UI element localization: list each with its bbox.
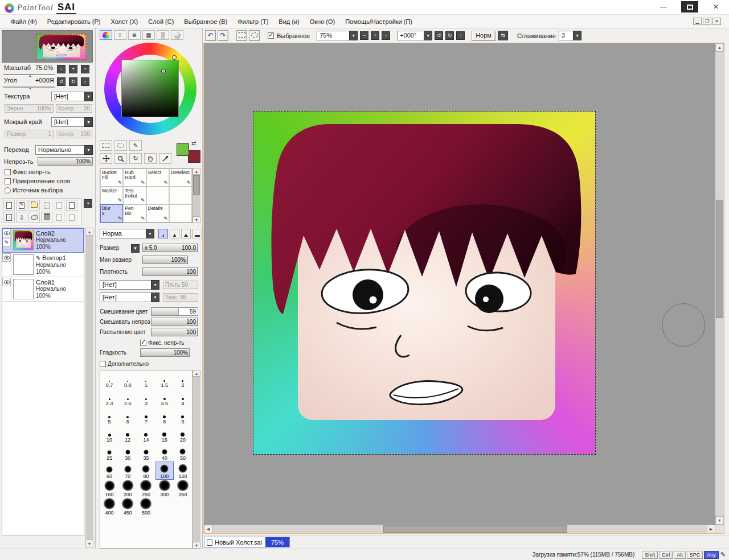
dropdown-arrow-icon[interactable]: ▼ xyxy=(349,31,358,40)
background-color-swatch[interactable] xyxy=(188,150,200,163)
scroll-thumb[interactable] xyxy=(193,175,200,195)
dropdown-arrow-icon[interactable]: ▼ xyxy=(146,229,154,238)
brush-size-400[interactable]: 400 xyxy=(100,498,118,516)
undo-button[interactable]: ↶ xyxy=(205,30,216,41)
angle-reset-button[interactable]: ▫ xyxy=(81,77,89,86)
clear-layer-button[interactable] xyxy=(28,212,40,223)
layer-row-vector1[interactable]: ✎ Вектор1 Нормально 100% xyxy=(2,253,84,277)
stabilizer-dropdown[interactable]: 3 ▼ xyxy=(559,31,581,40)
brush-size-20[interactable]: 20 xyxy=(174,425,192,443)
brush-size-6[interactable]: 6 xyxy=(118,407,137,425)
dropdown-arrow-icon[interactable]: ▼ xyxy=(151,280,159,290)
scroll-down-icon[interactable]: ▼ xyxy=(85,540,93,547)
scroll-up-icon[interactable]: ▲ xyxy=(193,168,200,175)
dropdown-arrow-icon[interactable]: ▼ xyxy=(84,92,93,101)
brush-size-30[interactable]: 30 xyxy=(118,443,137,462)
hsv-sliders-tab[interactable]: ≣ xyxy=(128,30,141,40)
brush-size-250[interactable]: 250 xyxy=(137,480,155,498)
advanced-checkbox[interactable]: Дополнительно xyxy=(100,360,149,367)
size-unit-button[interactable]: ▾ xyxy=(131,244,140,253)
canvas-rotate-ccw-button[interactable]: ↺ xyxy=(435,31,443,40)
tool-blur-x[interactable]: Blurx✎ xyxy=(100,204,123,223)
brush-size-80[interactable]: 80 xyxy=(137,462,155,480)
clipping-group-checkbox[interactable]: Прикрепление слоя xyxy=(5,178,70,184)
rotate-ccw-button[interactable]: ↺ xyxy=(57,77,65,86)
selection-visible-checkbox[interactable] xyxy=(268,32,274,39)
key-indicator-shift[interactable]: Shift xyxy=(642,551,658,559)
brush-tip-thin[interactable]: ▲ xyxy=(158,229,168,238)
zoom-out-button[interactable]: − xyxy=(57,65,65,73)
brush-tip-flat[interactable]: ▬ xyxy=(193,229,202,238)
brush-size-3.5[interactable]: 3.5 xyxy=(155,389,174,407)
scroll-down-icon[interactable]: ▼ xyxy=(193,216,200,223)
tool-pen-bic[interactable]: PenBic✎ xyxy=(123,204,146,223)
layer-blend-mode-dropdown[interactable]: Нормально ▼ xyxy=(35,145,93,155)
layer-visibility-toggle[interactable] xyxy=(2,278,11,286)
menu-item-8[interactable]: Помощь/Настройки (П) xyxy=(340,17,417,27)
rotate-canvas-tool[interactable]: ↻ xyxy=(129,153,142,164)
color-wheel[interactable] xyxy=(104,43,196,135)
magic-wand-tool[interactable]: ✎ xyxy=(129,140,142,151)
menu-item-7[interactable]: Окно (О) xyxy=(305,17,341,27)
brush-size-0.7[interactable]: 0.7 xyxy=(100,370,118,389)
brush-size-35[interactable]: 35 xyxy=(137,443,155,462)
key-indicator-ctrl[interactable]: Ctrl xyxy=(659,551,673,559)
tool-cell-empty[interactable] xyxy=(146,187,169,205)
brush-size-0.8[interactable]: 0.8 xyxy=(118,370,137,389)
layer-copy-button[interactable] xyxy=(66,200,77,211)
brush-size-120[interactable]: 120 xyxy=(174,462,192,480)
brush-size-8[interactable]: 8 xyxy=(155,407,174,425)
tool-details[interactable]: Details✎ xyxy=(146,204,169,223)
navigator-thumbnail[interactable] xyxy=(36,34,86,60)
restore-button[interactable] xyxy=(681,1,698,13)
mdi-minimize-button[interactable]: ▁ xyxy=(693,18,702,25)
scroll-up-icon[interactable]: ▲ xyxy=(193,370,200,377)
brush-size-300[interactable]: 300 xyxy=(155,480,174,498)
navigator[interactable] xyxy=(2,30,93,63)
dropdown-arrow-icon[interactable]: ▼ xyxy=(84,145,93,155)
dropdown-arrow-icon[interactable]: ▼ xyxy=(84,117,93,127)
rect-select-tool[interactable] xyxy=(100,140,112,151)
checkbox-icon[interactable] xyxy=(5,178,11,184)
brush-size-10[interactable]: 10 xyxy=(100,425,118,443)
key-indicator-any[interactable]: Any xyxy=(704,551,719,559)
preserve-opacity-checkbox[interactable]: Фикс непр-ть xyxy=(5,168,51,175)
menu-item-0[interactable]: Файл (Ф) xyxy=(6,17,42,27)
brush-size-scrollbar[interactable]: ▲ ▼ xyxy=(193,370,200,549)
panel-toggle-button[interactable]: ▪ xyxy=(84,199,92,208)
checkbox-icon[interactable] xyxy=(100,361,106,367)
transfer-down-button[interactable] xyxy=(3,212,15,223)
brush-tip-medium[interactable]: ▲ xyxy=(170,229,179,238)
scroll-thumb[interactable] xyxy=(716,200,723,318)
texture-dropdown[interactable]: [Нет] ▼ xyxy=(51,92,93,101)
brush-size-2.3[interactable]: 2.3 xyxy=(100,389,118,407)
brush-size-25[interactable]: 25 xyxy=(100,443,118,462)
close-button[interactable]: ✕ xyxy=(707,1,724,13)
scroll-up-icon[interactable]: ▲ xyxy=(85,228,93,236)
tool-deselect[interactable]: Deselect✎ xyxy=(169,168,192,187)
horizontal-scrollbar[interactable]: ◀ ▶ xyxy=(204,525,715,533)
canvas-viewport[interactable] xyxy=(204,43,715,525)
new-layer-button[interactable] xyxy=(3,200,15,211)
brush-texture-dropdown[interactable]: [Нет] ▼ xyxy=(100,293,159,302)
radio-icon[interactable] xyxy=(5,187,11,193)
canvas-document[interactable] xyxy=(253,112,595,454)
zoom-reset-button[interactable]: ▫ xyxy=(81,65,89,73)
canvas-angle-dropdown[interactable]: +000° ▼ xyxy=(397,31,432,40)
brush-size-2[interactable]: 2 xyxy=(174,370,192,389)
move-tool[interactable] xyxy=(100,153,112,164)
redo-button[interactable]: ↷ xyxy=(218,30,228,41)
checkbox-icon[interactable] xyxy=(140,340,146,346)
rgb-sliders-tab[interactable]: ≡ xyxy=(114,30,126,40)
mixer-tab[interactable] xyxy=(171,30,183,40)
blend-color-slider[interactable]: 59 xyxy=(151,307,198,316)
brush-size-70[interactable]: 70 xyxy=(118,462,137,480)
dilution-slider[interactable]: 100 xyxy=(151,328,198,336)
brush-size-4[interactable]: 4 xyxy=(174,389,192,407)
mdi-restore-button[interactable]: ❐ xyxy=(703,18,711,25)
merge-down-button[interactable] xyxy=(16,212,27,223)
normal-view-button[interactable]: Норм xyxy=(472,31,495,41)
scroll-down-icon[interactable]: ▼ xyxy=(715,516,724,525)
layers-scrollbar[interactable] xyxy=(85,228,93,547)
brush-size-160[interactable]: 160 xyxy=(100,480,118,498)
